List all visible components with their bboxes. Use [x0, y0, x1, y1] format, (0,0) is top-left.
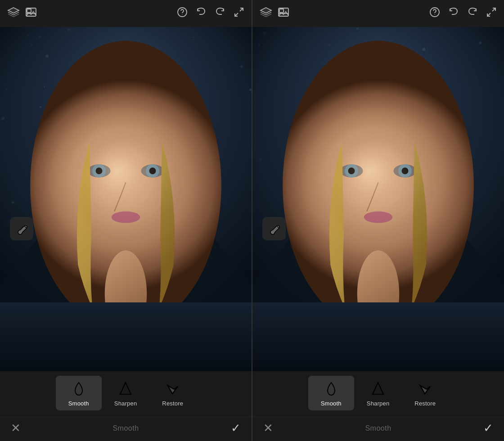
bottom-title-right: Smooth: [365, 424, 391, 432]
layers-icon-right[interactable]: [260, 6, 272, 21]
sharpen-label-right: Sharpen: [367, 400, 390, 407]
cancel-button-left[interactable]: ✕: [11, 421, 21, 435]
tool-options-right: Smooth Sharpen Restore: [252, 371, 504, 417]
toolbar-right-panel: [252, 0, 504, 27]
tool-sharpen-right[interactable]: Sharpen: [354, 376, 402, 410]
tool-options-left: Smooth Sharpen Restore: [0, 371, 252, 417]
restore-icon-left: [165, 380, 180, 397]
smooth-label-right: Smooth: [321, 400, 342, 407]
undo-icon-right[interactable]: [448, 7, 459, 20]
smooth-icon-right: [324, 380, 339, 397]
bottom-bar-right: ✕ Smooth ✓: [252, 417, 504, 441]
svg-point-5: [182, 14, 183, 15]
bottom-bar-left: ✕ Smooth ✓: [0, 417, 252, 441]
smooth-icon-left: [71, 380, 86, 397]
redo-icon-left[interactable]: [215, 7, 225, 20]
photo-canvas-right: [252, 27, 504, 371]
svg-line-16: [492, 8, 495, 11]
toolbar-right-panel-right-icons: [429, 7, 497, 20]
tool-restore-left[interactable]: Restore: [149, 376, 196, 410]
restore-label-left: Restore: [162, 400, 183, 407]
brush-tool-right[interactable]: [262, 217, 286, 240]
expand-icon-right[interactable]: [486, 7, 497, 20]
confirm-button-left[interactable]: ✓: [231, 421, 241, 435]
tool-smooth-left[interactable]: Smooth: [56, 376, 102, 410]
tool-smooth-right[interactable]: Smooth: [308, 376, 354, 410]
panel-left: Smooth Sharpen Restore: [0, 0, 252, 441]
svg-point-15: [434, 14, 435, 15]
svg-line-6: [240, 8, 243, 11]
cancel-button-right[interactable]: ✕: [263, 421, 273, 435]
tool-restore-right[interactable]: Restore: [402, 376, 448, 410]
help-icon-right[interactable]: [429, 7, 440, 20]
expand-icon-left[interactable]: [234, 7, 244, 20]
toolbar-left: [0, 0, 252, 27]
bottom-title-left: Smooth: [112, 424, 139, 432]
photo-canvas-left: [0, 27, 252, 371]
sharpen-icon-right: [370, 380, 386, 397]
tool-sharpen-left[interactable]: Sharpen: [102, 376, 150, 410]
image-icon-right[interactable]: [278, 6, 289, 21]
svg-marker-10: [261, 8, 271, 13]
photo-area-left: [0, 27, 252, 371]
toolbar-left-icons: [7, 6, 37, 21]
svg-marker-8: [120, 382, 131, 394]
restore-icon-right: [418, 380, 433, 397]
svg-line-7: [235, 13, 238, 16]
svg-marker-0: [8, 8, 19, 13]
image-icon-left[interactable]: [25, 6, 37, 21]
svg-marker-18: [373, 382, 383, 394]
redo-icon-right[interactable]: [467, 7, 478, 20]
layers-icon[interactable]: [7, 6, 20, 21]
photo-area-right: [252, 27, 504, 371]
panel-right: Smooth Sharpen Restore: [252, 0, 504, 441]
panels-container: Smooth Sharpen Restore: [0, 0, 504, 441]
brush-tool-left[interactable]: [10, 217, 33, 240]
sharpen-label-left: Sharpen: [114, 400, 137, 407]
help-icon-left[interactable]: [177, 7, 188, 20]
restore-label-right: Restore: [414, 400, 436, 407]
undo-icon-left[interactable]: [196, 7, 207, 20]
svg-line-17: [487, 13, 490, 16]
smooth-label-left: Smooth: [68, 400, 89, 407]
confirm-button-right[interactable]: ✓: [483, 421, 493, 435]
sharpen-icon-left: [118, 380, 133, 397]
toolbar-right-panel-left-icons: [260, 6, 289, 21]
toolbar-right-icons-left: [177, 7, 244, 20]
